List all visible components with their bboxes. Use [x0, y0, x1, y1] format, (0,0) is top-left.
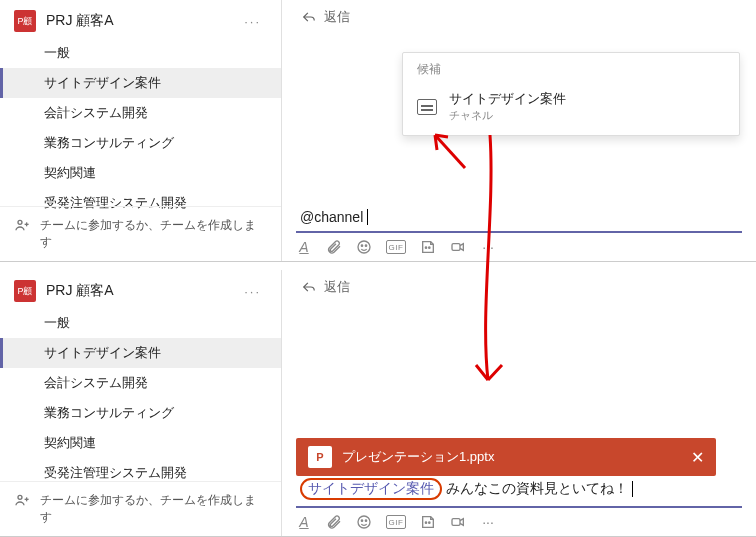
mention-suggestion-popup: 候補 サイトデザイン案件 チャネル: [402, 52, 740, 136]
svg-point-14: [365, 520, 366, 521]
channel-item-consulting[interactable]: 業務コンサルティング: [0, 398, 281, 428]
conversation-top: 返信 候補 サイトデザイン案件 チャネル @channel A GIF: [282, 0, 756, 261]
channel-item-accounting[interactable]: 会計システム開発: [0, 368, 281, 398]
svg-point-12: [358, 516, 370, 528]
suggestion-title: サイトデザイン案件: [449, 90, 566, 108]
sidebar-bottom: P顧 PRJ 顧客A ··· 一般 サイトデザイン案件 会計システム開発 業務コ…: [0, 270, 282, 536]
compose-toolbar: A GIF ···: [296, 512, 742, 532]
join-create-label: チームに参加するか、チームを作成します: [40, 492, 267, 526]
powerpoint-icon: P: [308, 446, 332, 468]
more-icon[interactable]: ···: [480, 514, 496, 530]
team-name[interactable]: PRJ 顧客A: [46, 282, 228, 300]
reply-button[interactable]: 返信: [282, 0, 756, 34]
suggestion-header: 候補: [403, 53, 739, 82]
svg-point-6: [425, 247, 426, 248]
team-more-button[interactable]: ···: [238, 282, 267, 301]
join-create-team[interactable]: チームに参加するか、チームを作成します: [0, 206, 281, 261]
reply-label: 返信: [324, 8, 350, 26]
more-icon[interactable]: ···: [480, 239, 496, 255]
attach-icon[interactable]: [326, 514, 342, 530]
channel-item-general[interactable]: 一般: [0, 38, 281, 68]
join-create-icon: [14, 492, 30, 508]
channel-icon: [417, 99, 437, 115]
svg-point-5: [365, 245, 366, 246]
channel-item-contracts[interactable]: 契約関連: [0, 428, 281, 458]
svg-point-15: [425, 522, 426, 523]
text-caret: [367, 209, 368, 225]
message-compose-input[interactable]: @channel: [296, 203, 742, 233]
reply-button[interactable]: 返信: [282, 270, 756, 304]
gif-icon[interactable]: GIF: [386, 515, 406, 529]
meet-now-icon[interactable]: [450, 239, 466, 255]
channel-item-accounting[interactable]: 会計システム開発: [0, 98, 281, 128]
join-create-team[interactable]: チームに参加するか、チームを作成します: [0, 481, 281, 536]
svg-point-16: [429, 522, 430, 523]
channel-list: 一般 サイトデザイン案件 会計システム開発 業務コンサルティング 契約関連 受発…: [0, 38, 281, 222]
message-compose-input[interactable]: サイトデザイン案件 みんなこの資料見といてね！: [296, 472, 742, 508]
compose-toolbar: A GIF ···: [296, 237, 742, 257]
svg-rect-17: [452, 519, 460, 526]
svg-rect-8: [452, 244, 460, 251]
emoji-icon[interactable]: [356, 239, 372, 255]
team-header: P顧 PRJ 顧客A ···: [0, 0, 281, 38]
compose-text: みんなこの資料見といてね！: [446, 480, 628, 498]
channel-item-general[interactable]: 一般: [0, 308, 281, 338]
attachment-remove-button[interactable]: ✕: [691, 448, 704, 467]
team-name[interactable]: PRJ 顧客A: [46, 12, 228, 30]
svg-point-0: [18, 220, 22, 224]
compose-text: @channel: [300, 209, 363, 225]
channel-list: 一般 サイトデザイン案件 会計システム開発 業務コンサルティング 契約関連 受発…: [0, 308, 281, 492]
conversation-bottom: 返信 P プレゼンテーション1.pptx ✕ サイトデザイン案件 みんなこの資料…: [282, 270, 756, 536]
team-header: P顧 PRJ 顧客A ···: [0, 270, 281, 308]
reply-icon: [302, 10, 316, 24]
reply-label: 返信: [324, 278, 350, 296]
channel-mention-chip[interactable]: サイトデザイン案件: [300, 478, 442, 500]
attach-icon[interactable]: [326, 239, 342, 255]
team-more-button[interactable]: ···: [238, 12, 267, 31]
team-avatar: P顧: [14, 10, 36, 32]
suggestion-item-channel[interactable]: サイトデザイン案件 チャネル: [403, 82, 739, 135]
team-avatar: P顧: [14, 280, 36, 302]
svg-point-13: [361, 520, 362, 521]
channel-item-site-design[interactable]: サイトデザイン案件: [0, 338, 281, 368]
channel-item-contracts[interactable]: 契約関連: [0, 158, 281, 188]
gif-icon[interactable]: GIF: [386, 240, 406, 254]
format-icon[interactable]: A: [296, 514, 312, 530]
meet-now-icon[interactable]: [450, 514, 466, 530]
format-icon[interactable]: A: [296, 239, 312, 255]
svg-point-7: [429, 247, 430, 248]
channel-item-consulting[interactable]: 業務コンサルティング: [0, 128, 281, 158]
sticker-icon[interactable]: [420, 239, 436, 255]
join-create-label: チームに参加するか、チームを作成します: [40, 217, 267, 251]
channel-item-site-design[interactable]: サイトデザイン案件: [0, 68, 281, 98]
emoji-icon[interactable]: [356, 514, 372, 530]
svg-point-4: [361, 245, 362, 246]
svg-point-3: [358, 241, 370, 253]
attachment-card[interactable]: P プレゼンテーション1.pptx ✕: [296, 438, 716, 476]
attachment-filename: プレゼンテーション1.pptx: [342, 448, 494, 466]
text-caret: [632, 481, 633, 497]
svg-point-9: [18, 495, 22, 499]
join-create-icon: [14, 217, 30, 233]
reply-icon: [302, 280, 316, 294]
suggestion-subtitle: チャネル: [449, 108, 566, 123]
sticker-icon[interactable]: [420, 514, 436, 530]
sidebar-top: P顧 PRJ 顧客A ··· 一般 サイトデザイン案件 会計システム開発 業務コ…: [0, 0, 282, 261]
